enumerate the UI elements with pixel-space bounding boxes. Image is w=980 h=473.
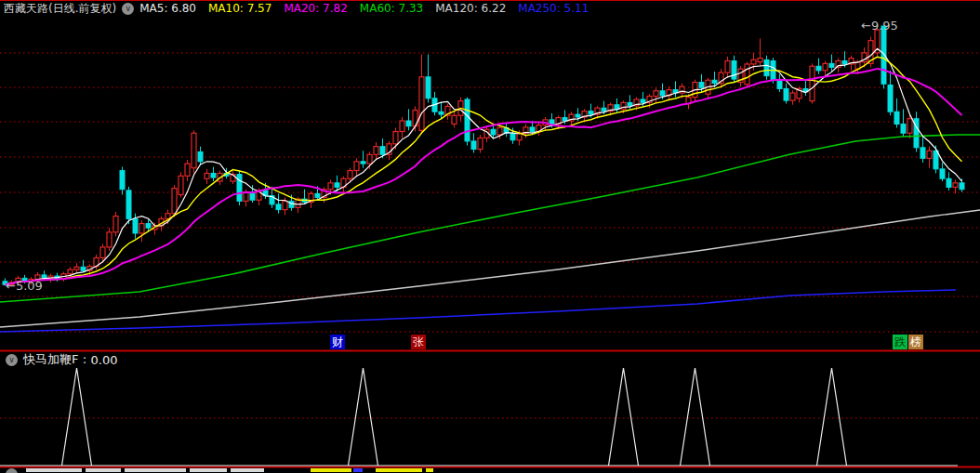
candle-down <box>589 112 593 114</box>
signal-spike <box>609 368 639 466</box>
signal-spike <box>349 368 378 466</box>
candle-up <box>283 201 287 209</box>
candle-down <box>380 147 385 155</box>
candle-up <box>244 192 248 202</box>
candle-down <box>641 99 645 102</box>
candle-up <box>74 267 79 269</box>
candle-up <box>100 247 105 258</box>
candle-up <box>953 183 958 188</box>
candle-down <box>465 99 470 141</box>
candle-up <box>328 183 333 190</box>
candle-up <box>139 224 144 233</box>
indicator-value: 0.00 <box>90 353 117 367</box>
candle-down <box>211 173 216 177</box>
candle-down <box>842 61 847 64</box>
indicator-panel-header: ∨ 快马加鞭F ： 0.00 <box>2 352 117 367</box>
candle-down <box>712 80 717 83</box>
event-marker-tag[interactable]: 财 <box>330 335 345 349</box>
candle-up <box>751 59 756 64</box>
candle-up <box>192 133 196 167</box>
candle-up <box>354 162 359 171</box>
candle-up <box>172 189 177 214</box>
candle-up <box>185 164 190 176</box>
candle-up <box>790 93 795 100</box>
candle-up <box>374 147 378 155</box>
clipped-text-fragment <box>426 468 433 472</box>
ma250-line <box>0 290 956 332</box>
clipped-text-fragment <box>376 468 422 472</box>
candle-down <box>42 275 46 278</box>
candle-down <box>888 85 893 112</box>
candle-up <box>393 132 398 144</box>
candle-up <box>907 119 912 134</box>
candle-up <box>810 66 814 100</box>
candle-up <box>745 64 749 85</box>
event-marker-tag[interactable]: 张 <box>411 335 426 349</box>
candle-down <box>660 91 665 96</box>
candle-up <box>68 269 73 274</box>
chevron-down-icon[interactable]: ∨ <box>6 354 18 366</box>
candle-up <box>725 61 730 73</box>
signal-spike <box>681 368 710 466</box>
candle-down <box>471 141 476 150</box>
candle-down <box>491 129 496 135</box>
candle-down <box>439 112 444 114</box>
candle-down <box>920 148 925 159</box>
candle-down <box>406 121 411 126</box>
clipped-text-fragment <box>125 468 186 472</box>
candle-down <box>947 178 951 187</box>
candle-up <box>113 217 118 232</box>
candle-up <box>348 171 352 179</box>
candle-up <box>179 176 183 194</box>
candle-down <box>764 59 769 75</box>
candle-down <box>146 224 151 229</box>
stock-app-window: 西藏天路(日线.前复权) ∨ MA5: 6.80MA10: 7.57MA20: … <box>0 0 980 473</box>
candle-down <box>361 162 365 164</box>
candle-down <box>901 124 906 133</box>
ma10-line <box>6 57 962 284</box>
candle-down <box>784 88 788 100</box>
candle-up <box>166 214 170 219</box>
candle-down <box>126 191 131 219</box>
candle-down <box>550 120 554 125</box>
clipped-text-fragment <box>311 468 351 472</box>
candle-up <box>758 59 762 62</box>
candle-up <box>452 115 457 124</box>
candle-down <box>628 102 632 105</box>
clipped-text-fragment <box>190 468 227 472</box>
candle-up <box>205 173 209 178</box>
candle-down <box>829 63 834 67</box>
candle-down <box>530 127 535 132</box>
candle-up <box>367 154 372 164</box>
candle-down <box>881 26 886 84</box>
candle-down <box>426 77 430 99</box>
clipped-text-fragment <box>231 468 264 472</box>
chart-canvas[interactable] <box>0 0 980 473</box>
candle-down <box>934 151 938 169</box>
event-marker-tag[interactable]: 榜 <box>908 335 923 349</box>
indicator-separator: ： <box>78 351 90 368</box>
candle-up <box>107 232 112 247</box>
clipped-text-fragment <box>26 468 82 472</box>
candle-up <box>497 128 502 135</box>
event-marker-tag[interactable]: 跌 <box>893 335 907 349</box>
candle-up <box>654 91 658 97</box>
candle-up <box>419 77 424 131</box>
candle-down <box>732 61 736 80</box>
price-mark-label: ←5.09 <box>6 279 43 293</box>
candle-down <box>816 66 821 71</box>
candle-down <box>699 83 704 88</box>
candle-down <box>777 80 782 88</box>
candle-down <box>276 204 281 210</box>
candle-down <box>960 183 964 190</box>
candle-down <box>198 151 203 161</box>
candle-up <box>400 121 404 132</box>
candle-down <box>133 218 138 233</box>
candle-down <box>894 112 899 124</box>
clipped-text-fragment <box>353 468 363 472</box>
candle-up <box>823 63 828 70</box>
candle-down <box>120 171 125 190</box>
candle-down <box>602 108 606 111</box>
signal-spike <box>817 368 847 466</box>
clipped-bottom-panel <box>0 467 980 473</box>
